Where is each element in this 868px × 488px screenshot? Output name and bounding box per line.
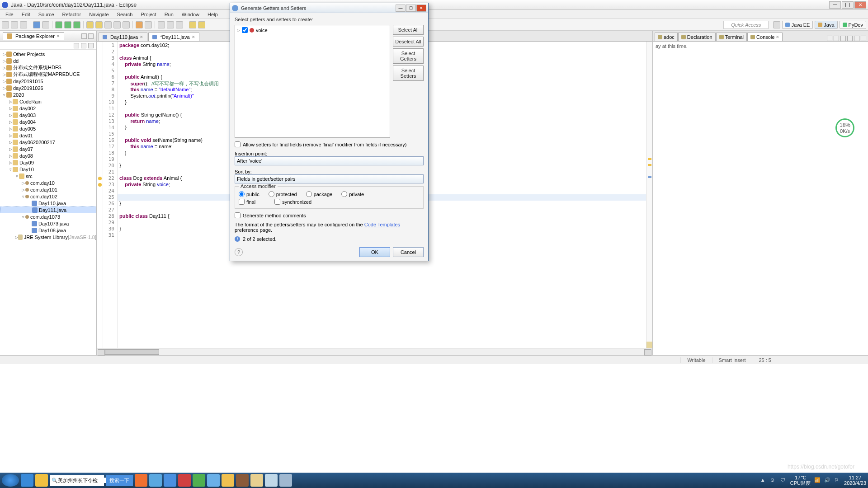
tree-item[interactable]: Day1073.java <box>0 220 96 227</box>
save-icon[interactable] <box>11 21 18 28</box>
insertion-point-select[interactable]: After 'voice' <box>235 156 424 165</box>
deselect-all-button[interactable]: Deselect All <box>393 37 424 47</box>
perspective-pydev[interactable]: PyDev <box>840 21 866 29</box>
minimize-view-icon[interactable] <box>854 36 859 41</box>
menu-help[interactable]: Help <box>204 11 222 18</box>
tool-icon[interactable] <box>33 21 40 28</box>
menu-run[interactable]: Run <box>161 11 177 18</box>
taskbar-eclipse-icon[interactable] <box>236 474 249 487</box>
tray-clock[interactable]: 11:27 2020/4/23 <box>844 475 866 486</box>
console-tab[interactable]: Console✕ <box>747 33 783 41</box>
tray-volume-icon[interactable]: 🔊 <box>824 477 830 483</box>
start-button[interactable] <box>2 474 19 487</box>
minimize-button[interactable] <box>829 1 841 9</box>
console-tool-icon[interactable] <box>840 36 846 41</box>
tree-item[interactable]: ▷day002 <box>0 105 96 112</box>
select-setters-button[interactable]: Select Setters <box>393 66 424 81</box>
taskbar-firefox-icon[interactable] <box>135 474 147 487</box>
tree-item[interactable]: ▷day20191026 <box>0 84 96 91</box>
protected-radio[interactable] <box>269 191 274 197</box>
overview-ruler[interactable] <box>646 42 652 348</box>
expand-icon[interactable]: ▷ <box>237 28 240 33</box>
perspective-java[interactable]: Java <box>815 21 837 29</box>
tree-item[interactable]: Day111.java <box>0 206 96 213</box>
tree-item[interactable]: ▿com.day1073 <box>0 213 96 220</box>
tree-item[interactable]: ▷分布式编程框架MAPREDUCE <box>0 71 96 78</box>
tool-icon[interactable] <box>123 21 130 28</box>
generate-comments-checkbox[interactable] <box>235 212 241 218</box>
dialog-close-button[interactable]: ✕ <box>416 5 426 12</box>
menu-search[interactable]: Search <box>113 11 137 18</box>
tree-item[interactable]: ▷day004 <box>0 118 96 125</box>
tree-item[interactable]: ▷Other Projects <box>0 51 96 57</box>
select-getters-button[interactable]: Select Getters <box>393 48 424 64</box>
code-templates-link[interactable]: Code Templates <box>364 222 400 227</box>
private-radio[interactable] <box>341 191 347 197</box>
taskbar-explorer-icon[interactable] <box>250 474 263 487</box>
menu-refactor[interactable]: Refactor <box>59 11 85 18</box>
taskbar-search-button[interactable]: 搜索一下 <box>106 475 133 486</box>
editor-tab[interactable]: *Day111.java✕ <box>148 33 199 41</box>
search-icon[interactable] <box>145 21 152 28</box>
menu-project[interactable]: Project <box>137 11 160 18</box>
console-tool-icon[interactable] <box>834 36 839 41</box>
taskbar-app-icon[interactable] <box>164 474 176 487</box>
tool-icon[interactable] <box>136 21 143 28</box>
open-perspective-icon[interactable] <box>773 21 780 28</box>
tree-item[interactable]: ▷day0620200217 <box>0 139 96 145</box>
field-checkbox[interactable] <box>242 27 248 33</box>
tray-network-icon[interactable]: 📶 <box>814 477 821 483</box>
tree-item[interactable]: ▿src <box>0 173 96 179</box>
tree-item[interactable]: ▷day005 <box>0 125 96 132</box>
tool-icon[interactable] <box>104 21 112 28</box>
close-button[interactable]: ✕ <box>854 1 866 9</box>
tree-item[interactable]: ▿Day10 <box>0 166 96 173</box>
tree-item[interactable]: ▷Day09 <box>0 159 96 166</box>
console-tab[interactable]: Declaration <box>678 33 716 41</box>
run-icon[interactable] <box>64 21 71 28</box>
taskbar-app-icon[interactable] <box>265 474 278 487</box>
tool-icon[interactable] <box>176 21 183 28</box>
tool-icon[interactable] <box>42 21 49 28</box>
perspective-javaee[interactable]: Java EE <box>782 21 813 29</box>
tool-icon[interactable] <box>167 21 174 28</box>
tray-icon[interactable]: 🛡 <box>780 477 787 483</box>
taskbar-ie-icon[interactable] <box>21 474 33 487</box>
run-last-icon[interactable] <box>73 21 80 28</box>
package-tree[interactable]: ▷Other Projects▷dd▷分布式文件系统HDFS▷分布式编程框架MA… <box>0 50 96 355</box>
tree-item[interactable]: ▷CodeRain <box>0 98 96 105</box>
debug-icon[interactable] <box>55 21 62 28</box>
console-tab[interactable]: Terminal <box>716 33 747 41</box>
tree-item[interactable]: ▿2020 <box>0 91 96 98</box>
public-radio[interactable] <box>239 191 245 197</box>
taskbar-app-icon[interactable] <box>207 474 220 487</box>
allow-final-checkbox[interactable] <box>235 141 241 147</box>
taskbar-app-icon[interactable] <box>178 474 191 487</box>
select-all-button[interactable]: Select All <box>393 25 424 35</box>
menu-source[interactable]: Source <box>35 11 58 18</box>
menu-edit[interactable]: Edit <box>18 11 34 18</box>
maximize-button[interactable] <box>842 1 854 9</box>
new-class-icon[interactable] <box>95 21 103 28</box>
tool-icon[interactable] <box>113 21 121 28</box>
maximize-view-icon[interactable] <box>861 36 866 41</box>
tray-temperature[interactable]: 17℃ CPU温度 <box>790 475 811 486</box>
menu-file[interactable]: File <box>2 11 17 18</box>
ok-button[interactable]: OK <box>359 247 390 257</box>
tree-item[interactable]: Day110.java <box>0 200 96 206</box>
taskbar-app-icon[interactable] <box>193 474 205 487</box>
view-menu-icon[interactable] <box>88 43 94 48</box>
synchronized-checkbox[interactable] <box>274 199 280 205</box>
tree-item[interactable]: ▿com.day102 <box>0 193 96 200</box>
horizontal-scrollbar[interactable] <box>97 348 652 355</box>
console-tab[interactable]: adoc <box>655 33 678 41</box>
help-button[interactable]: ? <box>235 248 243 256</box>
back-icon[interactable] <box>189 21 196 28</box>
tray-icon[interactable]: ⊙ <box>770 477 777 483</box>
new-icon[interactable] <box>2 21 9 28</box>
menu-window[interactable]: Window <box>178 11 203 18</box>
package-radio[interactable] <box>306 191 312 197</box>
quick-access-input[interactable]: Quick Access <box>723 21 769 29</box>
final-checkbox[interactable] <box>239 199 245 205</box>
taskbar-app-icon[interactable] <box>149 474 162 487</box>
